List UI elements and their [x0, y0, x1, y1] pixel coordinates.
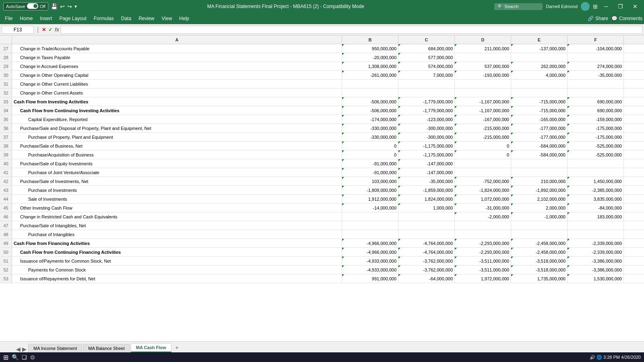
menu-page-layout[interactable]: Page Layout [56, 14, 89, 23]
cell-value-d[interactable]: -167,000,000 [455, 115, 511, 123]
cell-value-c[interactable]: -1,175,000,000 [398, 142, 455, 150]
cell-value-c[interactable]: -123,000,000 [398, 115, 455, 123]
menu-insert[interactable]: Insert [37, 14, 55, 23]
cell-value-f[interactable]: -175,000,000 [568, 133, 624, 141]
table-row[interactable]: 27Change in Trade/Accounts Payable950,00… [0, 44, 644, 53]
formula-input[interactable] [61, 26, 642, 34]
cell-value-c[interactable]: -147,000,000 [398, 168, 455, 177]
table-row[interactable]: 30Change in Other Operating Capital-261,… [0, 71, 644, 80]
cell-value-c[interactable]: 1,000,000 [398, 204, 455, 212]
menu-home[interactable]: Home [17, 14, 36, 23]
col-header-a[interactable]: A [12, 35, 342, 44]
cell-value-c[interactable]: -147,000,000 [398, 159, 455, 168]
cell-value-e[interactable]: -2,458,000,000 [511, 239, 568, 247]
cell-label[interactable]: Change in Other Operating Capital [12, 71, 342, 79]
cell-value-f[interactable] [568, 221, 624, 230]
undo-icon[interactable]: ↩ [60, 3, 65, 10]
cell-value-c[interactable]: 1,824,000,000 [398, 195, 455, 203]
cell-value-f[interactable] [568, 80, 624, 88]
table-row[interactable]: 50Cash Flow from Continuing Financing Ac… [0, 248, 644, 257]
cell-value-d[interactable]: 0 [455, 142, 511, 150]
taskview-button[interactable]: ❑ [22, 354, 27, 360]
tab-left-arrow[interactable]: ◀ [16, 346, 21, 352]
tab-add-button[interactable]: + [172, 343, 182, 352]
cell-value-e[interactable] [511, 159, 568, 168]
cell-label[interactable]: Issuance of/Repayments for Debt, Net [12, 274, 342, 283]
cell-value-f[interactable]: -2,339,000,000 [568, 239, 624, 247]
cell-value-e[interactable]: -715,000,000 [511, 106, 568, 115]
cell-value-b[interactable] [342, 88, 398, 97]
cell-value-e[interactable]: 2,102,000,000 [511, 195, 568, 203]
cell-value-b[interactable]: -261,000,000 [342, 71, 398, 79]
cell-value-f[interactable]: -84,000,000 [568, 204, 624, 212]
cell-value-d[interactable] [455, 88, 511, 97]
cell-label[interactable]: Purchase of Investments [12, 186, 342, 194]
menu-help[interactable]: Help [176, 14, 192, 23]
search-taskbar-button[interactable]: 🔍 [12, 354, 19, 360]
cell-value-f[interactable] [568, 230, 624, 239]
tab-balance-sheet[interactable]: MA Balance Sheet [83, 344, 130, 352]
cell-value-f[interactable]: -3,386,000,000 [568, 257, 624, 265]
cell-label[interactable]: Other Investing Cash Flow [12, 204, 342, 212]
cell-value-b[interactable]: -4,933,000,000 [342, 257, 398, 265]
cell-value-c[interactable]: -3,762,000,000 [398, 265, 455, 274]
cell-value-e[interactable]: -584,000,000 [511, 150, 568, 159]
cell-value-b[interactable]: -4,966,000,000 [342, 248, 398, 256]
cell-value-c[interactable] [398, 212, 455, 221]
table-row[interactable]: 40Purchase/Sale of Equity Investments-91… [0, 159, 644, 168]
cell-value-c[interactable]: -1,779,000,000 [398, 97, 455, 106]
cell-value-f[interactable]: 690,000,000 [568, 106, 624, 115]
cell-value-e[interactable]: -1,000,000 [511, 212, 568, 221]
cell-value-d[interactable]: -2,000,000 [455, 212, 511, 221]
cell-value-f[interactable]: 183,000,000 [568, 212, 624, 221]
cell-value-d[interactable]: 211,000,000 [455, 44, 511, 53]
layout-icon[interactable]: ⊞ [593, 3, 598, 10]
table-row[interactable]: 42Purchase/Sale of Investments, Net103,0… [0, 177, 644, 186]
table-row[interactable]: 47Purchase/Sale of Intangibles, Net [0, 221, 644, 230]
table-row[interactable]: 43Purchase of Investments-1,809,000,000-… [0, 186, 644, 195]
cell-value-c[interactable]: 684,000,000 [398, 44, 455, 53]
cell-label[interactable]: Change in Other Current Liabilities [12, 80, 342, 88]
cell-label[interactable]: Cash Flow from Continuing Investing Acti… [12, 106, 342, 115]
cell-value-b[interactable]: 0 [342, 150, 398, 159]
cell-value-b[interactable]: -91,000,000 [342, 168, 398, 177]
cell-value-b[interactable] [342, 80, 398, 88]
cell-value-b[interactable]: 1,912,000,000 [342, 195, 398, 203]
close-button[interactable]: ✕ [630, 2, 641, 10]
table-row[interactable]: 36Purchase/Sale and Disposal of Property… [0, 124, 644, 133]
cell-label[interactable]: Change in Trade/Accounts Payable [12, 44, 342, 53]
table-row[interactable]: 29Change in Accrued Expenses1,308,000,00… [0, 62, 644, 71]
confirm-formula-icon[interactable]: ✓ [48, 27, 52, 33]
cell-label[interactable]: Sale of Investments [12, 195, 342, 203]
cell-value-b[interactable]: 103,000,000 [342, 177, 398, 185]
table-row[interactable]: 41Purchase of Joint Venture/Associate-91… [0, 168, 644, 177]
cell-value-d[interactable]: -2,293,000,000 [455, 248, 511, 256]
table-row[interactable]: 37Purchase of Property, Plant and Equipm… [0, 133, 644, 142]
table-row[interactable]: 31Change in Other Current Liabilities [0, 80, 644, 88]
cell-value-e[interactable] [511, 168, 568, 177]
cell-reference-input[interactable] [2, 26, 34, 34]
cell-value-f[interactable]: -104,000,000 [568, 44, 624, 53]
cell-value-e[interactable]: 1,735,000,000 [511, 274, 568, 283]
table-row[interactable]: 45Other Investing Cash Flow-14,000,0001,… [0, 204, 644, 212]
insert-function-icon[interactable]: fx [55, 27, 59, 33]
table-row[interactable]: 49Cash Flow from Financing Activities-4,… [0, 239, 644, 248]
cell-value-e[interactable]: 262,000,000 [511, 62, 568, 70]
cell-value-b[interactable] [342, 221, 398, 230]
table-row[interactable]: 35Capital Expenditure, Reported-174,000,… [0, 115, 644, 124]
cell-value-c[interactable] [398, 221, 455, 230]
cell-label[interactable]: Cash Flow from Investing Activities [12, 97, 342, 106]
cell-value-b[interactable]: -91,000,000 [342, 159, 398, 168]
cell-label[interactable]: Purchase/Sale of Investments, Net [12, 177, 342, 185]
minimize-button[interactable]: ─ [601, 2, 611, 10]
cell-value-b[interactable]: -4,966,000,000 [342, 239, 398, 247]
cell-value-e[interactable] [511, 221, 568, 230]
menu-review[interactable]: Review [135, 14, 157, 23]
cell-value-e[interactable] [511, 88, 568, 97]
cell-value-f[interactable]: 690,000,000 [568, 97, 624, 106]
cell-value-b[interactable] [342, 230, 398, 239]
cell-value-d[interactable]: 1,072,000,000 [455, 195, 511, 203]
cell-value-e[interactable]: -3,518,000,000 [511, 265, 568, 274]
cell-value-d[interactable]: -1,167,000,000 [455, 106, 511, 115]
cell-value-b[interactable]: -330,000,000 [342, 124, 398, 132]
